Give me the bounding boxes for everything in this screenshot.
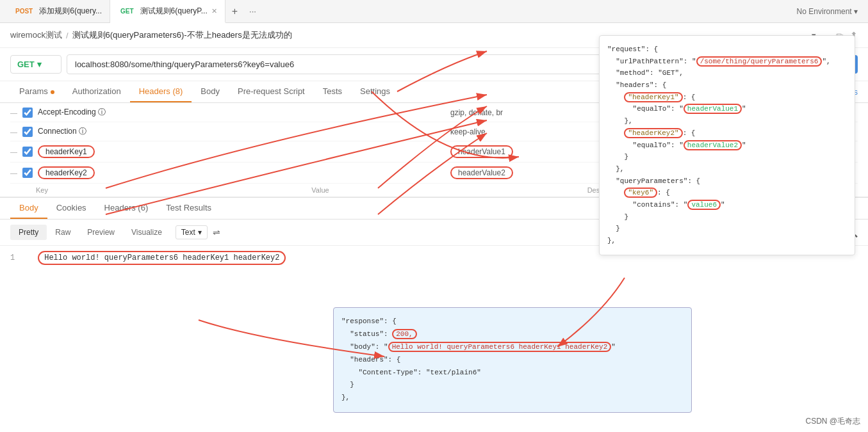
tab-bar: POST 添加规则6(query... GET 测试规则6(queryP... …	[0, 0, 868, 23]
fmt-raw[interactable]: Raw	[47, 225, 79, 240]
tab-close-icon[interactable]: ✕	[211, 7, 217, 15]
resp-json-annotation-box: "response": { "status": 200, "body": "He…	[333, 307, 692, 413]
no-environment-selector[interactable]: No Environment ▾	[797, 7, 863, 16]
wrap-icon[interactable]: ⇌	[213, 227, 220, 237]
tab-post[interactable]: POST 添加规则6(query...	[5, 0, 110, 23]
fmt-preview[interactable]: Preview	[79, 225, 123, 240]
breadcrumb-root: wiremock测试	[10, 29, 62, 41]
text-type-label: Text	[181, 228, 195, 237]
header-key1-field: headerKey1	[38, 145, 445, 158]
tab-get[interactable]: GET 测试规则6(queryP... ✕	[110, 0, 225, 23]
watermark: CSDN @毛奇志	[805, 416, 860, 427]
tab-more-button[interactable]: ···	[244, 6, 261, 16]
minus-icon: —	[10, 128, 17, 136]
text-type-select[interactable]: Text ▾	[176, 225, 208, 239]
breadcrumb-separator: /	[66, 31, 69, 40]
tab-body[interactable]: Body	[192, 81, 229, 102]
header-key2-field: headerKey2	[38, 166, 445, 179]
method-label: GET	[17, 60, 35, 69]
response-body-text: Hello world! queryParameters6 headerKey1…	[38, 251, 286, 265]
tab-pre-request[interactable]: Pre-request Script	[229, 81, 314, 102]
line-number: 1	[10, 252, 23, 264]
tab-tests[interactable]: Tests	[314, 81, 351, 102]
minus-icon: —	[10, 169, 17, 177]
header-key-field: Connection ⓘ	[38, 126, 445, 137]
breadcrumb-title: 测试规则6(queryParameters6)-不带上headers是无法成功的	[72, 29, 292, 41]
resp-tab-headers[interactable]: Headers (6)	[95, 198, 158, 219]
resp-tab-body[interactable]: Body	[10, 198, 47, 219]
fmt-visualize[interactable]: Visualize	[123, 225, 170, 240]
method-select[interactable]: GET ▾	[10, 55, 61, 74]
col-value-label: Value	[311, 186, 582, 194]
tab-authorization[interactable]: Authorization	[63, 81, 130, 102]
resp-tab-cookies[interactable]: Cookies	[47, 198, 95, 219]
tab-add-button[interactable]: +	[225, 6, 244, 17]
json-annotation-box: "request": { "urlPathPattern": "/some/th…	[599, 35, 855, 255]
header-checkbox[interactable]	[22, 168, 33, 178]
tab-headers[interactable]: Headers (8)	[130, 81, 192, 102]
tab-post-label: 添加规则6(query...	[39, 6, 102, 17]
tab-settings[interactable]: Settings	[351, 81, 399, 102]
method-chevron-icon: ▾	[37, 60, 42, 69]
get-method-badge: GET	[118, 7, 136, 15]
minus-icon: —	[10, 148, 17, 156]
resp-tab-test-results[interactable]: Test Results	[157, 198, 220, 219]
fmt-pretty[interactable]: Pretty	[10, 225, 47, 240]
minus-icon: —	[10, 109, 17, 116]
header-key-field: Accept-Encoding ⓘ	[38, 107, 445, 118]
col-key-label: Key	[36, 186, 306, 194]
post-method-badge: POST	[13, 7, 35, 15]
chevron-icon: ▾	[198, 228, 202, 237]
header-checkbox[interactable]	[22, 108, 33, 118]
tab-params[interactable]: Params	[10, 81, 63, 102]
header-checkbox[interactable]	[22, 127, 33, 137]
tab-get-label: 测试规则6(queryP...	[140, 6, 208, 17]
header-checkbox[interactable]	[22, 147, 33, 157]
